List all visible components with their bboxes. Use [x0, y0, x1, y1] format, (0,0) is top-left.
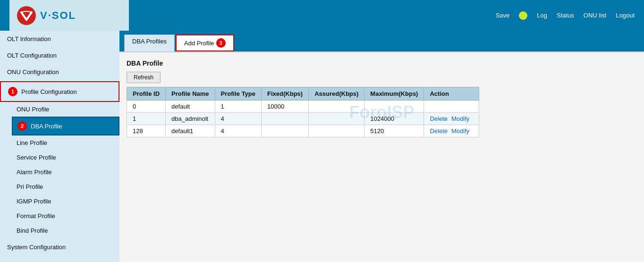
- sidebar-item-dba-profile[interactable]: 2 DBA Profile: [12, 117, 119, 135]
- cell-2: 1: [215, 101, 261, 113]
- logo-area: V·SOL: [9, 0, 129, 31]
- table-row: 1dba_adminolt41024000DeleteModify: [127, 113, 479, 125]
- badge-1: 1: [8, 87, 17, 96]
- sidebar-item-onu-profile[interactable]: ONU Profile: [12, 102, 119, 117]
- cell-4: [309, 113, 364, 125]
- col-action: Action: [424, 87, 479, 101]
- cell-action: DeleteModify: [424, 113, 479, 125]
- dba-profile-label: DBA Profile: [31, 123, 62, 130]
- layout: OLT Information OLT Configuration ONU Co…: [0, 31, 644, 262]
- sidebar-item-line-profile[interactable]: Line Profile: [12, 135, 119, 150]
- cell-4: [309, 125, 364, 137]
- sidebar: OLT Information OLT Configuration ONU Co…: [0, 31, 119, 262]
- col-profile-id: Profile ID: [127, 87, 166, 101]
- main-content: DBA Profiles Add Profile 3 DBA Profile R…: [119, 31, 644, 262]
- refresh-button[interactable]: Refresh: [127, 72, 161, 83]
- content-area: DBA Profile Refresh ForoISP Profile ID P…: [119, 52, 644, 144]
- cell-5: 1024000: [364, 113, 424, 125]
- badge-2: 2: [17, 121, 27, 131]
- table-header-row: Profile ID Profile Name Profile Type Fix…: [127, 87, 479, 101]
- sidebar-item-igmp-profile[interactable]: IGMP Profile: [12, 194, 119, 209]
- modify-link-1[interactable]: Modify: [451, 115, 469, 122]
- tab-dba-profiles[interactable]: DBA Profiles: [124, 34, 175, 51]
- sidebar-item-service-profile[interactable]: Service Profile: [12, 150, 119, 165]
- cell-1: default1: [166, 125, 215, 137]
- cell-2: 4: [215, 113, 261, 125]
- sidebar-item-alarm-profile[interactable]: Alarm Profile: [12, 165, 119, 179]
- sidebar-item-olt-info[interactable]: OLT Information: [0, 31, 119, 47]
- sidebar-sub-menu: ONU Profile 2 DBA Profile Line Profile S…: [0, 102, 119, 238]
- delete-link-1[interactable]: Delete: [430, 115, 448, 122]
- status-indicator: [519, 11, 527, 20]
- nav-logout[interactable]: Logout: [616, 12, 635, 19]
- dba-profile-table: Profile ID Profile Name Profile Type Fix…: [127, 87, 479, 137]
- badge-3: 3: [216, 38, 226, 48]
- cell-3: 10000: [262, 101, 309, 113]
- table-row: 0default110000: [127, 101, 479, 113]
- sidebar-item-format-profile[interactable]: Format Profile: [12, 209, 119, 223]
- cell-0: 0: [127, 101, 166, 113]
- col-maximum: Maximum(Kbps): [364, 87, 424, 101]
- cell-action: [424, 101, 479, 113]
- sidebar-item-onu-config[interactable]: ONU Configuration: [0, 64, 119, 80]
- tab-add-profile[interactable]: Add Profile 3: [176, 34, 234, 51]
- header: V·SOL Save Log Status ONU list Logout: [0, 0, 644, 31]
- table-wrapper: ForoISP Profile ID Profile Name Profile …: [127, 87, 637, 137]
- tab-bar: DBA Profiles Add Profile 3: [119, 31, 644, 52]
- cell-5: 5120: [364, 125, 424, 137]
- cell-0: 1: [127, 113, 166, 125]
- cell-1: default: [166, 101, 215, 113]
- nav-onu-list[interactable]: ONU list: [584, 12, 606, 19]
- sidebar-item-profile-config[interactable]: 1 Profile Configuration: [0, 81, 119, 102]
- col-assured: Assured(Kbps): [309, 87, 364, 101]
- sidebar-item-pri-profile[interactable]: Pri Profile: [12, 179, 119, 194]
- cell-4: [309, 101, 364, 113]
- header-right: Save Log Status ONU list Logout: [496, 11, 635, 20]
- nav-log[interactable]: Log: [537, 12, 547, 19]
- profile-config-section: 1 Profile Configuration ONU Profile 2 DB…: [0, 81, 119, 238]
- header-nav: Log Status ONU list Logout: [537, 12, 635, 19]
- cell-action: DeleteModify: [424, 125, 479, 137]
- delete-link-2[interactable]: Delete: [430, 127, 448, 135]
- cell-1: dba_adminolt: [166, 113, 215, 125]
- logo-text: V·SOL: [40, 9, 76, 22]
- sidebar-item-olt-config[interactable]: OLT Configuration: [0, 47, 119, 64]
- table-row: 128default145120DeleteModify: [127, 125, 479, 137]
- sidebar-item-system-config[interactable]: System Configuration: [0, 239, 119, 255]
- col-fixed: Fixed(Kbps): [262, 87, 309, 101]
- cell-2: 4: [215, 125, 261, 137]
- add-profile-label: Add Profile: [184, 40, 214, 47]
- vsol-logo-icon: [17, 6, 36, 25]
- col-profile-name: Profile Name: [166, 87, 215, 101]
- save-label: Save: [496, 12, 510, 19]
- page-title: DBA Profile: [127, 59, 637, 67]
- svg-point-0: [17, 6, 36, 25]
- modify-link-2[interactable]: Modify: [451, 127, 469, 135]
- nav-status[interactable]: Status: [557, 12, 574, 19]
- cell-3: [262, 125, 309, 137]
- cell-3: [262, 113, 309, 125]
- col-profile-type: Profile Type: [215, 87, 261, 101]
- profile-config-label: Profile Configuration: [21, 88, 77, 95]
- cell-0: 128: [127, 125, 166, 137]
- cell-5: [364, 101, 424, 113]
- sidebar-item-bind-profile[interactable]: Bind Profile: [12, 223, 119, 238]
